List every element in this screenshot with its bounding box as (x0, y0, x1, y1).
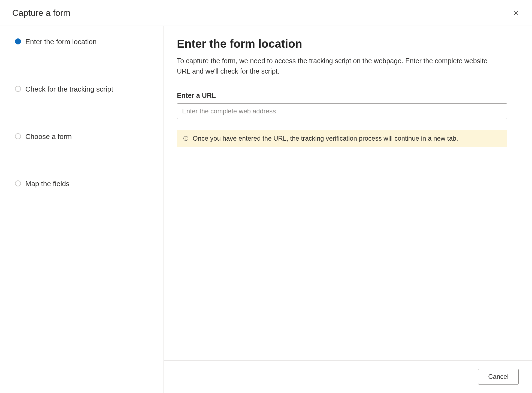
url-input[interactable] (177, 103, 507, 119)
info-banner: Once you have entered the URL, the track… (177, 130, 507, 147)
url-field-label: Enter a URL (177, 92, 519, 99)
step-connector (18, 93, 18, 133)
step-label: Enter the form location (25, 37, 97, 47)
capture-form-dialog: Capture a form Enter the form location C… (0, 0, 532, 393)
step-list: Enter the form location Check for the tr… (15, 37, 153, 189)
page-title: Enter the form location (177, 37, 519, 50)
dialog-title: Capture a form (12, 8, 70, 18)
step-label: Choose a form (25, 132, 72, 141)
step-label: Map the fields (25, 179, 69, 189)
step-bullet-icon (15, 180, 21, 186)
step-map-fields[interactable]: Map the fields (15, 179, 153, 189)
main-content: Enter the form location To capture the f… (164, 26, 532, 360)
main-panel: Enter the form location To capture the f… (164, 26, 532, 393)
close-icon (513, 10, 519, 16)
step-bullet-icon (15, 133, 21, 139)
step-bullet-icon (15, 86, 21, 92)
close-button[interactable] (511, 8, 521, 18)
step-connector (18, 46, 18, 85)
dialog-header: Capture a form (0, 0, 532, 26)
wizard-sidebar: Enter the form location Check for the tr… (0, 26, 164, 393)
step-choose-form[interactable]: Choose a form (15, 132, 153, 180)
step-bullet-icon (15, 38, 21, 44)
step-label: Check for the tracking script (25, 85, 113, 94)
step-connector (18, 140, 18, 180)
dialog-body: Enter the form location Check for the tr… (0, 26, 532, 393)
page-description: To capture the form, we need to access t… (177, 56, 493, 76)
svg-point-4 (186, 137, 186, 137)
cancel-button[interactable]: Cancel (478, 369, 519, 385)
info-icon (183, 135, 189, 141)
info-text: Once you have entered the URL, the track… (193, 134, 458, 143)
step-check-tracking-script[interactable]: Check for the tracking script (15, 85, 153, 132)
dialog-footer: Cancel (164, 360, 532, 393)
step-enter-form-location[interactable]: Enter the form location (15, 37, 153, 85)
